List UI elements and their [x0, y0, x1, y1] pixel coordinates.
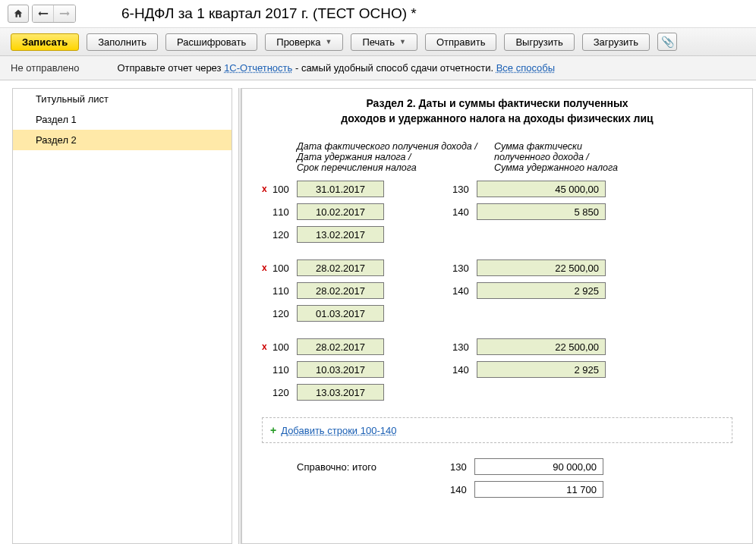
line-code: 110 [272, 364, 297, 376]
date-field[interactable]: 28.02.2017 [297, 282, 384, 299]
add-rows-link[interactable]: Добавить строки 100-140 [281, 425, 396, 436]
sidebar-item-section1[interactable]: Раздел 1 [13, 109, 232, 130]
status-hint: Отправьте отчет через 1С-Отчетность - са… [117, 62, 555, 74]
col-head-left: Дата фактического получения дохода /Дата… [297, 141, 494, 173]
status-bar: Не отправлено Отправьте отчет через 1С-О… [0, 56, 756, 80]
code-140-total: 140 [450, 484, 474, 495]
code-130-total: 130 [450, 461, 474, 473]
section-heading: Раздел 2. Даты и суммы фактически получе… [262, 96, 732, 126]
main-panel: Раздел 2. Даты и суммы фактически получе… [241, 88, 753, 544]
send-button[interactable]: Отправить [425, 33, 496, 51]
line-code: 120 [272, 387, 297, 398]
line-code: 120 [272, 308, 297, 319]
data-block: x10028.02.201713022 500,0011028.02.20171… [262, 259, 732, 322]
check-button[interactable]: Проверка▼ [265, 33, 343, 51]
delete-row-icon[interactable]: x [262, 341, 272, 352]
data-row: x10028.02.201713022 500,00 [262, 259, 732, 276]
forward-button: 🠖 [54, 5, 75, 22]
chevron-down-icon: ▼ [326, 38, 332, 46]
data-block: x10031.01.201713045 000,0011010.02.20171… [262, 181, 732, 243]
fill-button[interactable]: Заполнить [87, 33, 158, 51]
line-code: 140 [452, 206, 477, 218]
amount-field[interactable]: 2 925 [477, 282, 606, 299]
delete-row-icon[interactable]: x [262, 184, 272, 194]
decode-button[interactable]: Расшифровать [165, 33, 257, 51]
date-field[interactable]: 10.02.2017 [297, 203, 384, 220]
amount-field[interactable]: 2 925 [477, 361, 606, 378]
data-row: x10031.01.201713045 000,00 [262, 181, 732, 197]
delete-row-icon[interactable]: x [262, 263, 272, 273]
line-code: 130 [452, 341, 477, 353]
line-code: 130 [452, 184, 477, 195]
sidebar-item-section2[interactable]: Раздел 2 [13, 130, 232, 150]
sidebar: Титульный лист Раздел 1 Раздел 2 [12, 88, 232, 544]
line-code: 100 [272, 184, 297, 195]
amount-field[interactable]: 22 500,00 [477, 259, 606, 276]
print-button[interactable]: Печать▼ [351, 33, 417, 51]
data-row: 12013.03.2017 [262, 384, 732, 401]
line-code: 100 [272, 263, 297, 274]
line-code: 120 [272, 229, 297, 241]
titlebar: 🠔 🠖 6-НДФЛ за 1 квартал 2017 г. (ТЕСТ ОС… [0, 0, 756, 27]
export-button[interactable]: Выгрузить [504, 33, 574, 51]
chevron-down-icon: ▼ [399, 38, 406, 46]
link-all-methods[interactable]: Все способы [496, 62, 555, 74]
date-field[interactable]: 13.02.2017 [297, 226, 384, 243]
date-field[interactable]: 31.01.2017 [297, 181, 384, 197]
sidebar-item-title[interactable]: Титульный лист [13, 89, 232, 109]
date-field[interactable]: 10.03.2017 [297, 361, 384, 378]
data-block: x10028.02.201713022 500,0011010.03.20171… [262, 338, 732, 401]
add-rows-box: + Добавить строки 100-140 [262, 417, 732, 443]
line-code: 110 [272, 285, 297, 297]
total-140[interactable]: 11 700 [474, 481, 603, 498]
data-row: x10028.02.201713022 500,00 [262, 338, 732, 355]
col-head-right: Сумма фактическиполученного дохода /Сумм… [494, 141, 618, 173]
total-label: Справочно: итого [262, 461, 398, 473]
line-code: 130 [452, 263, 477, 274]
data-row: 11010.02.20171405 850 [262, 203, 732, 220]
data-row: 12001.03.2017 [262, 305, 732, 322]
save-button[interactable]: Записать [11, 33, 79, 51]
plus-icon: + [270, 424, 276, 436]
amount-field[interactable]: 45 000,00 [477, 181, 606, 197]
line-code: 140 [452, 364, 477, 376]
line-code: 110 [272, 206, 297, 218]
date-field[interactable]: 13.03.2017 [297, 384, 384, 401]
data-row: 11010.03.20171402 925 [262, 361, 732, 378]
status-text: Не отправлено [11, 62, 79, 74]
total-130[interactable]: 90 000,00 [474, 458, 603, 475]
import-button[interactable]: Загрузить [582, 33, 650, 51]
home-button[interactable] [8, 5, 29, 23]
line-code: 100 [272, 341, 297, 353]
date-field[interactable]: 01.03.2017 [297, 305, 384, 322]
page-title: 6-НДФЛ за 1 квартал 2017 г. (ТЕСТ ОСНО) … [121, 5, 417, 22]
paperclip-icon: 📎 [661, 36, 674, 48]
back-button[interactable]: 🠔 [33, 5, 54, 22]
data-row: 11028.02.20171402 925 [262, 282, 732, 299]
toolbar: Записать Заполнить Расшифровать Проверка… [0, 27, 756, 56]
line-code: 140 [452, 285, 477, 297]
attach-button[interactable]: 📎 [657, 33, 677, 51]
date-field[interactable]: 28.02.2017 [297, 338, 384, 355]
amount-field[interactable]: 22 500,00 [477, 338, 606, 355]
amount-field[interactable]: 5 850 [477, 203, 606, 220]
link-1c-report[interactable]: 1С-Отчетность [224, 62, 292, 74]
data-row: 12013.02.2017 [262, 226, 732, 243]
date-field[interactable]: 28.02.2017 [297, 259, 384, 276]
